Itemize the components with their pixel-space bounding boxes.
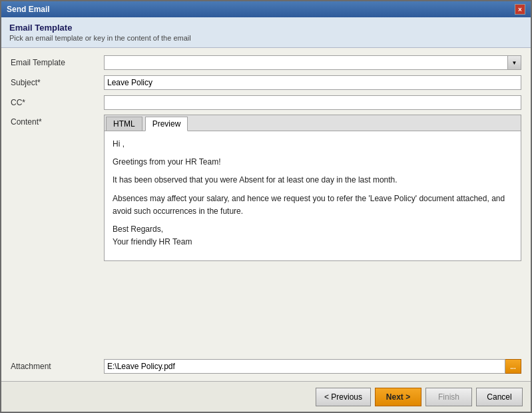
previous-button[interactable]: < Previous bbox=[316, 388, 371, 406]
next-button[interactable]: Next > bbox=[375, 388, 421, 406]
email-line-5: Best Regards, Your friendly HR Team bbox=[113, 223, 513, 248]
email-template-label: Email Template bbox=[11, 58, 104, 67]
title-bar: Send Email × bbox=[1, 1, 531, 17]
attachment-control: ... bbox=[104, 359, 521, 374]
finish-button[interactable]: Finish bbox=[425, 388, 472, 406]
cc-control bbox=[104, 95, 521, 110]
email-template-control: ▼ bbox=[104, 55, 521, 70]
tab-html[interactable]: HTML bbox=[106, 117, 142, 131]
cc-label: CC* bbox=[11, 98, 104, 107]
dialog-title: Send Email bbox=[7, 5, 50, 14]
email-line-2: Greetings from your HR Team! bbox=[113, 156, 513, 169]
email-template-row: Email Template ▼ bbox=[11, 55, 521, 71]
email-line-3: It has been observed that you were Absen… bbox=[113, 174, 513, 187]
attachment-label: Attachment bbox=[11, 362, 104, 371]
footer: < Previous Next > Finish Cancel bbox=[1, 381, 531, 412]
email-line-4: Absences may affect your salary, and hen… bbox=[113, 193, 513, 218]
cc-input[interactable] bbox=[104, 95, 521, 110]
subject-row: Subject* bbox=[11, 75, 521, 91]
email-template-input[interactable] bbox=[104, 55, 508, 70]
section-header: Email Template Pick an email template or… bbox=[1, 17, 531, 48]
section-title: Email Template bbox=[9, 23, 523, 33]
cancel-button[interactable]: Cancel bbox=[476, 388, 523, 406]
attachment-row: Attachment ... bbox=[11, 358, 521, 374]
send-email-dialog: Send Email × Email Template Pick an emai… bbox=[0, 0, 532, 413]
subject-input[interactable] bbox=[104, 75, 521, 90]
subject-control bbox=[104, 75, 521, 90]
content-box: HTML Preview Hi , Greetings from your HR… bbox=[104, 115, 521, 261]
tab-preview[interactable]: Preview bbox=[145, 117, 188, 131]
form-area: Email Template ▼ Subject* CC* Conte bbox=[1, 48, 531, 381]
email-line-1: Hi , bbox=[113, 138, 513, 151]
attachment-input[interactable] bbox=[104, 359, 505, 374]
email-template-wrapper: ▼ bbox=[104, 55, 521, 70]
content-row: Content* HTML Preview Hi , Greetings fro… bbox=[11, 115, 521, 354]
content-tabs: HTML Preview bbox=[105, 115, 521, 131]
email-template-dropdown-btn[interactable]: ▼ bbox=[508, 55, 521, 70]
cc-row: CC* bbox=[11, 95, 521, 111]
email-body: Hi , Greetings from your HR Team! It has… bbox=[105, 131, 521, 260]
close-button[interactable]: × bbox=[515, 4, 525, 15]
subject-label: Subject* bbox=[11, 78, 104, 87]
section-subtitle: Pick an email template or key in the con… bbox=[9, 34, 523, 42]
content-label: Content* bbox=[11, 115, 104, 127]
attachment-browse-btn[interactable]: ... bbox=[505, 359, 521, 374]
